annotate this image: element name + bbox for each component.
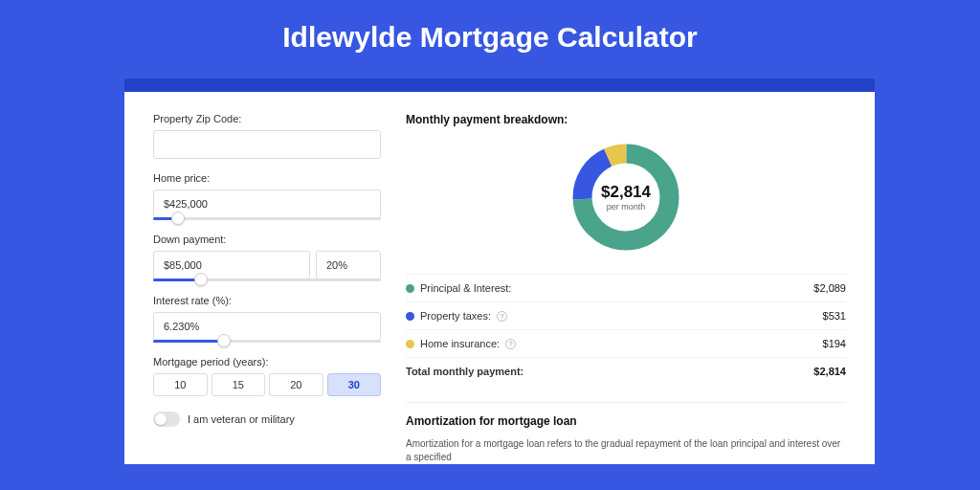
- slider-fill: [153, 278, 199, 281]
- donut-center: $2,814 per month: [568, 140, 683, 255]
- dot-icon: [406, 284, 414, 293]
- zip-field: Property Zip Code:: [153, 113, 381, 159]
- amortization-title: Amortization for mortgage loan: [406, 402, 846, 428]
- interest-slider[interactable]: [153, 340, 381, 343]
- interest-field: Interest rate (%):: [153, 295, 381, 343]
- breakdown-title: Monthly payment breakdown:: [406, 113, 846, 126]
- breakdown-total-label: Total monthly payment:: [406, 366, 523, 377]
- period-20-button[interactable]: 20: [269, 373, 323, 396]
- breakdown-row-label: Home insurance:: [420, 338, 500, 349]
- breakdown-row-label: Principal & Interest:: [420, 282, 511, 294]
- period-15-button[interactable]: 15: [212, 373, 266, 396]
- period-10-button[interactable]: 10: [153, 373, 208, 396]
- veteran-toggle[interactable]: [153, 412, 180, 427]
- home-price-slider[interactable]: [153, 217, 381, 220]
- breakdown-column: Monthly payment breakdown: $2,814 per mo…: [406, 113, 846, 464]
- amortization-text: Amortization for a mortgage loan refers …: [406, 437, 846, 464]
- slider-thumb[interactable]: [171, 212, 185, 225]
- veteran-row: I am veteran or military: [153, 412, 381, 427]
- breakdown-row-value: $194: [823, 338, 846, 349]
- dot-icon: [406, 312, 414, 321]
- period-30-button[interactable]: 30: [327, 373, 382, 396]
- toggle-knob: [155, 413, 167, 425]
- period-field: Mortgage period (years): 10 15 20 30: [153, 356, 381, 396]
- donut-amount: $2,814: [601, 183, 651, 202]
- breakdown-row-value: $2,089: [813, 282, 846, 294]
- breakdown-row-insurance: Home insurance: ? $194: [406, 329, 846, 357]
- interest-label: Interest rate (%):: [153, 295, 381, 306]
- down-payment-pct-input[interactable]: [316, 251, 381, 279]
- zip-label: Property Zip Code:: [153, 113, 381, 124]
- period-buttons: 10 15 20 30: [153, 373, 381, 396]
- dot-icon: [406, 340, 414, 348]
- veteran-label: I am veteran or military: [188, 413, 295, 425]
- info-icon[interactable]: ?: [497, 311, 507, 322]
- slider-thumb[interactable]: [194, 273, 208, 286]
- down-payment-label: Down payment:: [153, 234, 381, 245]
- page-title: Idlewylde Mortgage Calculator: [0, 0, 980, 78]
- home-price-input[interactable]: [153, 189, 381, 218]
- breakdown-row-value: $531: [823, 310, 846, 322]
- breakdown-row-taxes: Property taxes: ? $531: [406, 301, 846, 329]
- donut-sub: per month: [607, 202, 646, 212]
- home-price-field: Home price:: [153, 172, 381, 220]
- slider-thumb[interactable]: [217, 334, 231, 347]
- down-payment-slider[interactable]: [153, 278, 381, 281]
- breakdown-row-total: Total monthly payment: $2,814: [406, 357, 846, 385]
- card-shadow: Property Zip Code: Home price: Down paym…: [124, 78, 875, 464]
- zip-input[interactable]: [153, 130, 381, 159]
- home-price-label: Home price:: [153, 172, 381, 184]
- breakdown-row-label: Property taxes:: [420, 310, 491, 322]
- down-payment-input[interactable]: [153, 251, 310, 279]
- form-column: Property Zip Code: Home price: Down paym…: [153, 113, 381, 464]
- slider-fill: [153, 340, 221, 343]
- breakdown-row-principal: Principal & Interest: $2,089: [406, 274, 846, 301]
- down-payment-field: Down payment:: [153, 234, 381, 281]
- calculator-card: Property Zip Code: Home price: Down paym…: [124, 92, 875, 464]
- donut-chart-area: $2,814 per month: [406, 140, 846, 255]
- interest-input[interactable]: [153, 312, 381, 341]
- donut-chart: $2,814 per month: [568, 140, 683, 255]
- period-label: Mortgage period (years):: [153, 356, 381, 368]
- breakdown-total-value: $2,814: [813, 366, 846, 377]
- info-icon[interactable]: ?: [505, 339, 516, 349]
